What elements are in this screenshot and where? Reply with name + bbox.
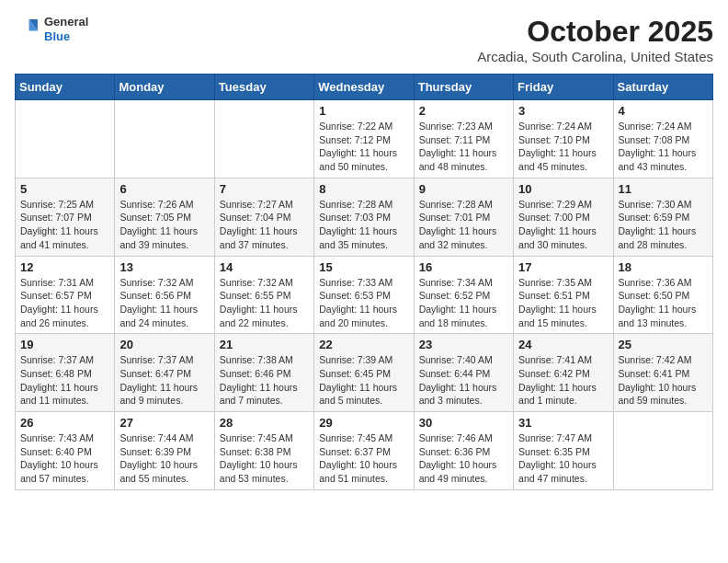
- calendar-cell: 5Sunrise: 7:25 AM Sunset: 7:07 PM Daylig…: [16, 178, 115, 256]
- calendar-cell: 13Sunrise: 7:32 AM Sunset: 6:56 PM Dayli…: [115, 256, 214, 334]
- day-info: Sunrise: 7:25 AM Sunset: 7:07 PM Dayligh…: [20, 198, 109, 252]
- day-number: 8: [319, 182, 408, 196]
- day-number: 26: [20, 416, 109, 430]
- day-number: 19: [20, 338, 109, 351]
- location: Arcadia, South Carolina, United States: [477, 49, 713, 64]
- calendar-cell: 23Sunrise: 7:40 AM Sunset: 6:44 PM Dayli…: [414, 334, 513, 412]
- calendar-cell: 12Sunrise: 7:31 AM Sunset: 6:57 PM Dayli…: [16, 256, 115, 334]
- calendar-cell: 4Sunrise: 7:24 AM Sunset: 7:08 PM Daylig…: [613, 100, 712, 178]
- day-info: Sunrise: 7:47 AM Sunset: 6:35 PM Dayligh…: [518, 431, 608, 486]
- weekday-header-row: SundayMondayTuesdayWednesdayThursdayFrid…: [16, 75, 713, 100]
- calendar-cell: 25Sunrise: 7:42 AM Sunset: 6:41 PM Dayli…: [613, 334, 712, 412]
- calendar-table: SundayMondayTuesdayWednesdayThursdayFrid…: [15, 74, 713, 490]
- weekday-header-friday: Friday: [514, 75, 613, 100]
- day-number: 30: [419, 416, 508, 430]
- weekday-header-sunday: Sunday: [16, 75, 115, 100]
- weekday-header-thursday: Thursday: [414, 75, 513, 100]
- day-info: Sunrise: 7:45 AM Sunset: 6:37 PM Dayligh…: [319, 431, 408, 486]
- calendar-cell: 24Sunrise: 7:41 AM Sunset: 6:42 PM Dayli…: [514, 334, 613, 412]
- day-info: Sunrise: 7:33 AM Sunset: 6:53 PM Dayligh…: [319, 276, 408, 330]
- day-number: 15: [319, 260, 408, 274]
- day-number: 1: [319, 104, 408, 118]
- calendar-cell: 9Sunrise: 7:28 AM Sunset: 7:01 PM Daylig…: [414, 178, 513, 256]
- title-block: October 2025 Arcadia, South Carolina, Un…: [477, 15, 713, 64]
- day-info: Sunrise: 7:30 AM Sunset: 6:59 PM Dayligh…: [619, 198, 708, 252]
- weekday-header-saturday: Saturday: [613, 75, 712, 100]
- calendar-cell: [115, 100, 214, 178]
- logo-text: General Blue: [44, 15, 88, 43]
- day-info: Sunrise: 7:41 AM Sunset: 6:42 PM Dayligh…: [518, 353, 608, 408]
- logo-blue: Blue: [44, 29, 88, 44]
- day-info: Sunrise: 7:24 AM Sunset: 7:08 PM Dayligh…: [619, 120, 708, 174]
- calendar-cell: [214, 100, 313, 178]
- day-number: 13: [119, 260, 209, 274]
- week-row-3: 12Sunrise: 7:31 AM Sunset: 6:57 PM Dayli…: [16, 256, 713, 334]
- day-number: 10: [518, 182, 608, 196]
- logo-general: General: [44, 15, 88, 29]
- day-number: 31: [518, 416, 608, 430]
- day-info: Sunrise: 7:27 AM Sunset: 7:04 PM Dayligh…: [220, 198, 309, 252]
- day-number: 24: [518, 338, 608, 351]
- day-number: 20: [119, 338, 209, 351]
- calendar-cell: 27Sunrise: 7:44 AM Sunset: 6:39 PM Dayli…: [115, 412, 214, 490]
- calendar-cell: 10Sunrise: 7:29 AM Sunset: 7:00 PM Dayli…: [514, 178, 613, 256]
- calendar-cell: 3Sunrise: 7:24 AM Sunset: 7:10 PM Daylig…: [514, 100, 613, 178]
- day-number: 14: [220, 260, 309, 274]
- day-number: 9: [419, 182, 508, 196]
- week-row-5: 26Sunrise: 7:43 AM Sunset: 6:40 PM Dayli…: [16, 412, 713, 490]
- calendar-cell: 2Sunrise: 7:23 AM Sunset: 7:11 PM Daylig…: [414, 100, 513, 178]
- week-row-2: 5Sunrise: 7:25 AM Sunset: 7:07 PM Daylig…: [16, 178, 713, 256]
- day-number: 3: [518, 104, 608, 118]
- day-number: 25: [619, 338, 708, 351]
- day-info: Sunrise: 7:32 AM Sunset: 6:55 PM Dayligh…: [220, 276, 309, 330]
- logo-icon: [15, 17, 40, 42]
- day-number: 12: [20, 260, 109, 274]
- day-info: Sunrise: 7:22 AM Sunset: 7:12 PM Dayligh…: [319, 120, 408, 174]
- calendar-cell: 11Sunrise: 7:30 AM Sunset: 6:59 PM Dayli…: [613, 178, 712, 256]
- day-number: 17: [518, 260, 608, 274]
- day-info: Sunrise: 7:44 AM Sunset: 6:39 PM Dayligh…: [119, 431, 209, 486]
- day-info: Sunrise: 7:46 AM Sunset: 6:36 PM Dayligh…: [419, 431, 508, 486]
- day-info: Sunrise: 7:26 AM Sunset: 7:05 PM Dayligh…: [119, 198, 209, 252]
- calendar-cell: 17Sunrise: 7:35 AM Sunset: 6:51 PM Dayli…: [514, 256, 613, 334]
- calendar-cell: 22Sunrise: 7:39 AM Sunset: 6:45 PM Dayli…: [314, 334, 414, 412]
- day-number: 18: [619, 260, 708, 274]
- calendar-cell: 8Sunrise: 7:28 AM Sunset: 7:03 PM Daylig…: [314, 178, 414, 256]
- day-number: 28: [220, 416, 309, 430]
- page-header: General Blue October 2025 Arcadia, South…: [15, 15, 713, 64]
- week-row-4: 19Sunrise: 7:37 AM Sunset: 6:48 PM Dayli…: [16, 334, 713, 412]
- week-row-1: 1Sunrise: 7:22 AM Sunset: 7:12 PM Daylig…: [16, 100, 713, 178]
- calendar-cell: 6Sunrise: 7:26 AM Sunset: 7:05 PM Daylig…: [115, 178, 214, 256]
- weekday-header-monday: Monday: [115, 75, 214, 100]
- calendar-cell: 7Sunrise: 7:27 AM Sunset: 7:04 PM Daylig…: [214, 178, 313, 256]
- day-number: 22: [319, 338, 408, 351]
- day-info: Sunrise: 7:28 AM Sunset: 7:01 PM Dayligh…: [419, 198, 508, 252]
- day-number: 29: [319, 416, 408, 430]
- day-info: Sunrise: 7:23 AM Sunset: 7:11 PM Dayligh…: [419, 120, 508, 174]
- day-info: Sunrise: 7:31 AM Sunset: 6:57 PM Dayligh…: [20, 276, 109, 330]
- day-info: Sunrise: 7:42 AM Sunset: 6:41 PM Dayligh…: [619, 353, 708, 408]
- calendar-cell: 30Sunrise: 7:46 AM Sunset: 6:36 PM Dayli…: [414, 412, 513, 490]
- day-number: 4: [619, 104, 708, 118]
- day-info: Sunrise: 7:39 AM Sunset: 6:45 PM Dayligh…: [319, 353, 408, 408]
- day-info: Sunrise: 7:32 AM Sunset: 6:56 PM Dayligh…: [119, 276, 209, 330]
- day-number: 16: [419, 260, 508, 274]
- calendar-cell: 20Sunrise: 7:37 AM Sunset: 6:47 PM Dayli…: [115, 334, 214, 412]
- calendar-cell: 18Sunrise: 7:36 AM Sunset: 6:50 PM Dayli…: [613, 256, 712, 334]
- calendar-cell: [613, 412, 712, 490]
- day-number: 27: [119, 416, 209, 430]
- day-info: Sunrise: 7:36 AM Sunset: 6:50 PM Dayligh…: [619, 276, 708, 330]
- day-info: Sunrise: 7:37 AM Sunset: 6:47 PM Dayligh…: [119, 353, 209, 408]
- day-info: Sunrise: 7:34 AM Sunset: 6:52 PM Dayligh…: [419, 276, 508, 330]
- day-number: 6: [119, 182, 209, 196]
- calendar-cell: 16Sunrise: 7:34 AM Sunset: 6:52 PM Dayli…: [414, 256, 513, 334]
- day-info: Sunrise: 7:45 AM Sunset: 6:38 PM Dayligh…: [220, 431, 309, 486]
- day-number: 11: [619, 182, 708, 196]
- calendar-cell: 31Sunrise: 7:47 AM Sunset: 6:35 PM Dayli…: [514, 412, 613, 490]
- weekday-header-tuesday: Tuesday: [214, 75, 313, 100]
- day-info: Sunrise: 7:35 AM Sunset: 6:51 PM Dayligh…: [518, 276, 608, 330]
- day-number: 21: [220, 338, 309, 351]
- calendar-cell: 19Sunrise: 7:37 AM Sunset: 6:48 PM Dayli…: [16, 334, 115, 412]
- day-number: 5: [20, 182, 109, 196]
- calendar-cell: 15Sunrise: 7:33 AM Sunset: 6:53 PM Dayli…: [314, 256, 414, 334]
